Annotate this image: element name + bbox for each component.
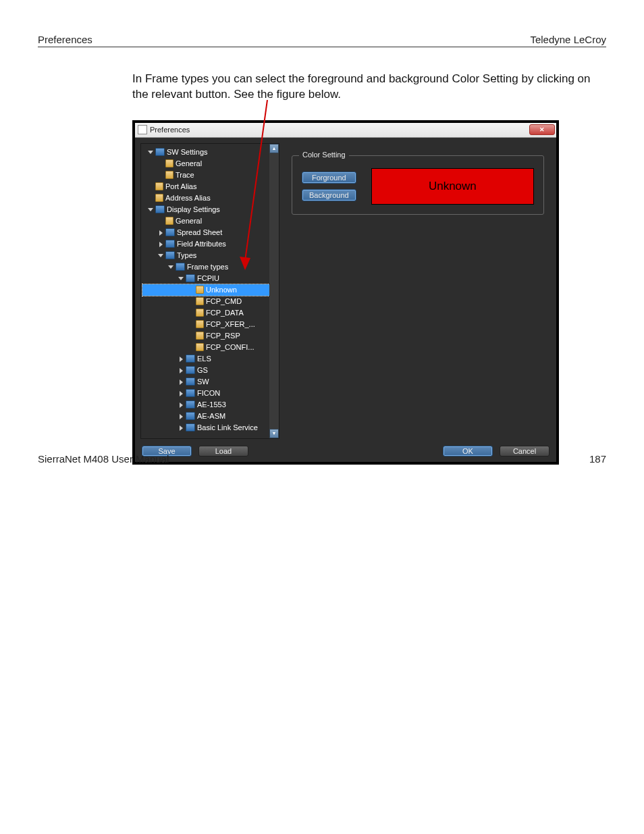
tree-item-label: AE-ASM [197,412,225,420]
expander-icon[interactable] [146,149,154,156]
expander-icon[interactable] [177,401,184,409]
expander-icon [187,332,194,340]
tree-scrollbar[interactable]: ▲ ▼ [269,144,279,438]
tree-item-display-settings[interactable]: Display Settings [142,204,277,215]
tree-item-label: Basic Link Service [197,423,258,432]
scroll-up-icon[interactable]: ▲ [269,144,279,153]
tree-item-label: Frame types [187,263,228,271]
tree-item-label: FCP_CMD [206,297,242,305]
tree-item-fcp-cmd[interactable]: FCP_CMD [142,296,277,307]
tree-item-label: SW [197,377,209,386]
preview-text: Unknown [429,180,477,193]
tree-item-label: FCP_DATA [206,309,244,317]
scroll-down-icon[interactable]: ▼ [269,429,279,438]
folder-icon [155,205,165,213]
tree-item-label: FCP_XFER_... [206,320,255,328]
expander-icon[interactable] [177,367,184,374]
expander-icon [146,183,154,190]
expander-icon [157,217,164,225]
figure: Preferences ✕ SW SettingsGeneralTracePor… [132,120,564,465]
group-title: Color Setting [299,151,349,159]
body-paragraph: In Frame types you can select the foregr… [132,72,606,103]
header-right: Teledyne LeCroy [530,34,606,45]
expander-icon[interactable] [177,275,184,282]
folder-icon [186,412,195,420]
folder-icon [186,274,195,282]
expander-icon[interactable] [177,355,184,363]
tree-item-fcpiu[interactable]: FCPIU [142,273,277,284]
expander-icon [157,172,164,179]
tree-item-label: Types [177,251,196,259]
folder-icon [186,423,195,432]
doc-footer: SierraNet M408 User Manual 187 [38,453,606,465]
tree-item-sw[interactable]: SW [142,376,277,388]
nav-tree-panel: SW SettingsGeneralTracePort AliasAddress… [140,143,279,439]
expander-icon[interactable] [157,240,164,248]
tree-item-label: Port Alias [165,182,196,190]
foreground-button[interactable]: Forground [302,172,356,184]
leaf-icon [155,182,163,190]
tree-item-gs[interactable]: GS [142,365,277,376]
folder-icon [165,251,175,259]
folder-icon [186,400,195,409]
tree-item-field-attributes[interactable]: Field Attributes [142,238,277,250]
expander-icon[interactable] [157,229,164,236]
tree-item-label: Trace [176,171,194,179]
expander-icon [187,344,194,351]
expander-icon[interactable] [177,378,184,386]
leaf-icon [155,194,163,202]
leaf-icon [196,309,204,317]
tree-item-trace[interactable]: Trace [142,170,277,181]
folder-icon [186,377,195,386]
leaf-icon [165,217,173,225]
page-number: 187 [589,453,606,465]
background-button[interactable]: Background [302,189,356,201]
tree-item-types[interactable]: Types [142,250,277,261]
tree-item-label: ELS [197,355,211,363]
expander-icon [146,194,154,202]
preferences-dialog: Preferences ✕ SW SettingsGeneralTracePor… [132,120,559,465]
tree-item-label: FICON [197,389,220,397]
tree-item-general[interactable]: General [142,158,277,170]
expander-icon[interactable] [177,413,184,420]
leaf-icon [196,297,204,305]
folder-icon [165,228,175,236]
expander-icon [157,160,164,167]
folder-icon [155,148,165,156]
tree-item-spread-sheet[interactable]: Spread Sheet [142,227,277,238]
expander-icon[interactable] [177,390,184,397]
tree-item-els[interactable]: ELS [142,353,277,365]
color-preview: Unknown [371,168,534,205]
dialog-titlebar[interactable]: Preferences ✕ [135,123,556,138]
app-icon [138,125,147,134]
expander-icon[interactable] [146,206,154,213]
leaf-icon [196,286,204,294]
tree-item-fcp-data[interactable]: FCP_DATA [142,307,277,319]
expander-icon[interactable] [177,424,184,432]
tree-item-unknown[interactable]: Unknown [142,284,277,296]
tree-item-ae-1553[interactable]: AE-1553 [142,399,277,411]
tree-item-fcp-rsp[interactable]: FCP_RSP [142,330,277,342]
leaf-icon [165,171,173,179]
folder-icon [165,240,175,248]
tree-item-port-alias[interactable]: Port Alias [142,181,277,192]
tree-item-label: AE-1553 [197,400,226,409]
tree-item-fcp-xfer-[interactable]: FCP_XFER_... [142,319,277,330]
tree-item-address-alias[interactable]: Address Alias [142,192,277,204]
tree-item-frame-types[interactable]: Frame types [142,261,277,273]
close-button[interactable]: ✕ [529,124,555,135]
expander-icon[interactable] [167,263,174,271]
folder-icon [176,263,185,271]
tree-item-label: Spread Sheet [177,228,222,236]
tree-item-sw-settings[interactable]: SW Settings [142,147,277,158]
tree-item-label: SW Settings [167,148,208,156]
tree-item-label: FCPIU [197,274,219,282]
folder-icon [186,355,195,363]
tree-item-ficon[interactable]: FICON [142,388,277,399]
expander-icon[interactable] [157,252,164,259]
tree-item-fcp-confi-[interactable]: FCP_CONFI... [142,342,277,353]
tree-item-ae-asm[interactable]: AE-ASM [142,411,277,422]
leaf-icon [196,343,204,351]
tree-item-basic-link-service[interactable]: Basic Link Service [142,422,277,434]
tree-item-general[interactable]: General [142,215,277,227]
